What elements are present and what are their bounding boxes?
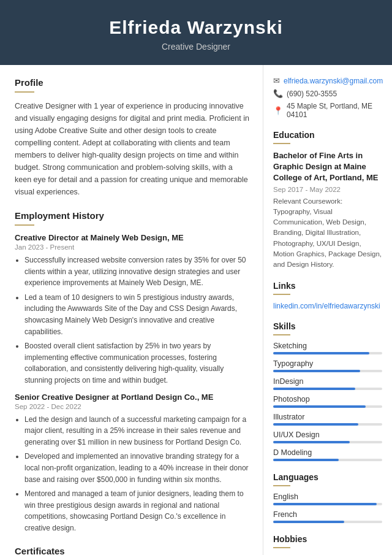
phone-icon: 📞: [273, 89, 283, 98]
bullet: Led a team of 10 designers to win 5 pres…: [24, 292, 251, 337]
phone-number: (690) 520-3555: [287, 90, 337, 98]
profile-text: Creative Designer with 1 year of experie…: [15, 100, 251, 198]
location-icon: 📍: [273, 106, 283, 115]
skill-bar-bg: [273, 423, 382, 426]
contact-email: ✉ elfrieda.warzynski@gmail.com: [273, 76, 382, 85]
certificates-title: Certificates: [15, 546, 251, 555]
profile-title: Profile: [15, 77, 251, 88]
language-item: French: [273, 510, 382, 523]
education-title: Education: [273, 130, 382, 140]
lang-bar-fill: [273, 521, 344, 523]
skills-list: Sketching Typography InDesign Photoshop …: [273, 342, 382, 461]
skill-bar-fill: [273, 388, 355, 390]
address-text: 45 Maple St, Portland, ME 04101: [287, 102, 382, 119]
left-column: Profile Creative Designer with 1 year of…: [0, 65, 263, 555]
languages-divider: [273, 485, 290, 486]
links-title: Links: [273, 281, 382, 291]
certificates-section: Certificates Adobe Certified Expert (ACE…: [15, 546, 251, 555]
skill-item: UI/UX Design: [273, 431, 382, 443]
edu-degree: Bachelor of Fine Arts in Graphic Design …: [273, 150, 382, 184]
lang-bar-fill: [273, 503, 377, 505]
skills-title: Skills: [273, 321, 382, 331]
skill-bar-fill: [273, 370, 360, 372]
skill-bar-bg: [273, 459, 382, 461]
right-column: ✉ elfrieda.warzynski@gmail.com 📞 (690) 5…: [263, 65, 392, 555]
linkedin-link[interactable]: linkedin.com/in/elfriedawarzynski: [273, 302, 380, 310]
links-divider: [273, 294, 290, 295]
skill-bar-fill: [273, 459, 339, 461]
contact-address: 📍 45 Maple St, Portland, ME 04101: [273, 102, 382, 119]
employment-title: Employment History: [15, 210, 251, 221]
skill-label: Sketching: [273, 342, 382, 350]
skill-item: Photoshop: [273, 395, 382, 408]
content-area: Profile Creative Designer with 1 year of…: [0, 65, 392, 555]
skill-bar-fill: [273, 352, 369, 354]
job-item: Creative Director at Mainely Web Design,…: [15, 233, 251, 386]
job-bullets-2: Led the design and launch of a successfu…: [15, 414, 251, 534]
skill-item: Sketching: [273, 342, 382, 354]
job-date-2: Sep 2022 - Dec 2022: [15, 403, 251, 410]
candidate-name: Elfrieda Warzynski: [12, 17, 380, 38]
bullet: Boosted overall client satisfaction by 2…: [24, 340, 251, 386]
skills-divider: [273, 334, 290, 335]
resume-header: Elfrieda Warzynski Creative Designer: [0, 0, 392, 65]
contact-phone: 📞 (690) 520-3555: [273, 89, 382, 98]
edu-coursework: Relevant Coursework: Typography, Visual …: [273, 196, 382, 270]
bullet: Developed and implemented an innovative …: [24, 451, 251, 485]
email-icon: ✉: [273, 76, 280, 85]
bullet: Mentored and managed a team of junior de…: [24, 488, 251, 534]
skill-label: Photoshop: [273, 395, 382, 404]
skill-bar-fill: [273, 405, 366, 408]
lang-label: French: [273, 510, 382, 519]
job-date-1: Jan 2023 - Present: [15, 243, 251, 251]
skill-bar-bg: [273, 405, 382, 408]
skill-item: Illustrator: [273, 413, 382, 426]
skill-label: Illustrator: [273, 413, 382, 421]
skill-bar-bg: [273, 352, 382, 354]
skill-label: InDesign: [273, 377, 382, 386]
email-link[interactable]: elfrieda.warzynski@gmail.com: [284, 77, 383, 85]
education-section: Education Bachelor of Fine Arts in Graph…: [273, 130, 382, 270]
languages-section: Languages English French: [273, 472, 382, 523]
employment-divider: [15, 224, 34, 226]
education-divider: [273, 143, 290, 144]
skill-bar-fill: [273, 423, 358, 426]
candidate-title: Creative Designer: [12, 42, 380, 52]
profile-section: Profile Creative Designer with 1 year of…: [15, 77, 251, 198]
job-item: Senior Creative Designer at Portland Des…: [15, 392, 251, 534]
lang-bar-bg: [273, 503, 382, 505]
languages-list: English French: [273, 492, 382, 523]
links-section: Links linkedin.com/in/elfriedawarzynski: [273, 281, 382, 310]
employment-section: Employment History Creative Director at …: [15, 210, 251, 534]
skill-item: D Modeling: [273, 448, 382, 461]
lang-label: English: [273, 492, 382, 501]
profile-divider: [15, 91, 34, 93]
hobbies-section: Hobbies: [273, 534, 382, 548]
job-title-1: Creative Director at Mainely Web Design,…: [15, 233, 251, 242]
bullet: Successfully increased website conversio…: [24, 255, 251, 289]
contact-section: ✉ elfrieda.warzynski@gmail.com 📞 (690) 5…: [273, 76, 382, 119]
skill-label: Typography: [273, 359, 382, 368]
skill-bar-bg: [273, 441, 382, 443]
skill-label: D Modeling: [273, 448, 382, 457]
skill-item: InDesign: [273, 377, 382, 390]
job-bullets-1: Successfully increased website conversio…: [15, 255, 251, 386]
bullet: Led the design and launch of a successfu…: [24, 414, 251, 448]
skill-bar-fill: [273, 441, 350, 443]
language-item: English: [273, 492, 382, 505]
hobbies-title: Hobbies: [273, 534, 382, 544]
job-title-2: Senior Creative Designer at Portland Des…: [15, 392, 251, 402]
link-linkedin[interactable]: linkedin.com/in/elfriedawarzynski: [273, 301, 382, 310]
skill-item: Typography: [273, 359, 382, 372]
edu-date: Sep 2017 - May 2022: [273, 186, 382, 193]
lang-bar-bg: [273, 521, 382, 523]
skills-section: Skills Sketching Typography InDesign Pho…: [273, 321, 382, 461]
skill-bar-bg: [273, 370, 382, 372]
languages-title: Languages: [273, 472, 382, 482]
skill-label: UI/UX Design: [273, 431, 382, 439]
skill-bar-bg: [273, 388, 382, 390]
hobbies-divider: [273, 547, 290, 548]
